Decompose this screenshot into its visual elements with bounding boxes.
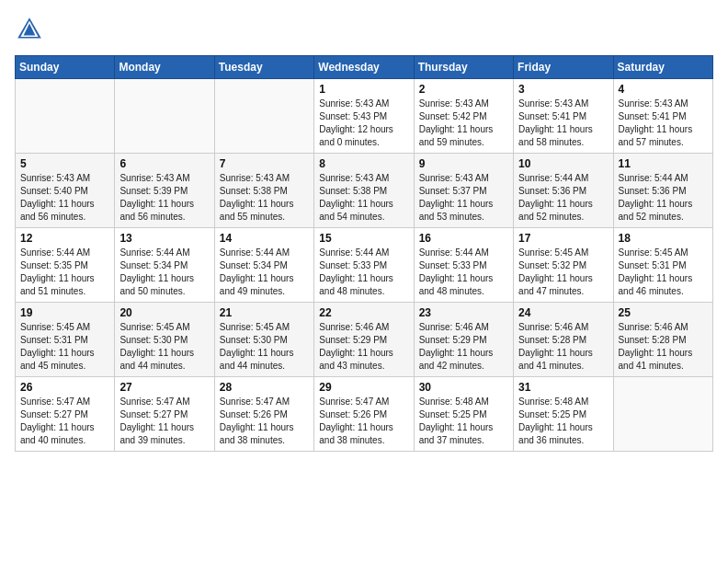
day-info: Sunrise: 5:46 AM Sunset: 5:29 PM Dayligh… xyxy=(319,321,408,373)
day-header-tuesday: Tuesday xyxy=(214,56,313,79)
day-info: Sunrise: 5:43 AM Sunset: 5:37 PM Dayligh… xyxy=(419,172,508,224)
day-number: 7 xyxy=(220,157,309,170)
day-info: Sunrise: 5:48 AM Sunset: 5:25 PM Dayligh… xyxy=(419,396,508,447)
day-number: 24 xyxy=(518,306,608,319)
day-number: 3 xyxy=(518,83,608,96)
day-number: 9 xyxy=(419,157,508,170)
calendar-cell: 13Sunrise: 5:44 AM Sunset: 5:34 PM Dayli… xyxy=(115,228,214,303)
calendar-cell xyxy=(16,79,115,154)
calendar-cell: 7Sunrise: 5:43 AM Sunset: 5:38 PM Daylig… xyxy=(214,154,313,228)
day-info: Sunrise: 5:44 AM Sunset: 5:35 PM Dayligh… xyxy=(20,247,109,298)
day-info: Sunrise: 5:46 AM Sunset: 5:29 PM Dayligh… xyxy=(419,321,508,373)
day-info: Sunrise: 5:44 AM Sunset: 5:34 PM Dayligh… xyxy=(119,247,209,298)
day-info: Sunrise: 5:45 AM Sunset: 5:31 PM Dayligh… xyxy=(20,321,109,373)
day-number: 19 xyxy=(20,306,109,319)
day-info: Sunrise: 5:43 AM Sunset: 5:39 PM Dayligh… xyxy=(119,172,209,224)
day-number: 13 xyxy=(119,232,209,245)
calendar-cell: 22Sunrise: 5:46 AM Sunset: 5:29 PM Dayli… xyxy=(314,303,414,377)
day-number: 11 xyxy=(619,157,708,170)
calendar-cell: 26Sunrise: 5:47 AM Sunset: 5:27 PM Dayli… xyxy=(16,377,115,452)
calendar-cell: 18Sunrise: 5:45 AM Sunset: 5:31 PM Dayli… xyxy=(613,228,712,303)
day-number: 1 xyxy=(319,83,408,96)
calendar-cell: 12Sunrise: 5:44 AM Sunset: 5:35 PM Dayli… xyxy=(16,228,115,303)
calendar-cell: 16Sunrise: 5:44 AM Sunset: 5:33 PM Dayli… xyxy=(414,228,513,303)
day-number: 29 xyxy=(319,381,408,394)
calendar-cell: 5Sunrise: 5:43 AM Sunset: 5:40 PM Daylig… xyxy=(16,154,115,228)
logo-icon xyxy=(15,15,44,44)
day-info: Sunrise: 5:45 AM Sunset: 5:30 PM Dayligh… xyxy=(220,321,309,373)
calendar-cell: 8Sunrise: 5:43 AM Sunset: 5:38 PM Daylig… xyxy=(314,154,414,228)
calendar-week-row: 19Sunrise: 5:45 AM Sunset: 5:31 PM Dayli… xyxy=(16,303,713,377)
day-info: Sunrise: 5:47 AM Sunset: 5:27 PM Dayligh… xyxy=(20,396,109,447)
day-number: 2 xyxy=(419,83,508,96)
calendar-cell: 20Sunrise: 5:45 AM Sunset: 5:30 PM Dayli… xyxy=(115,303,214,377)
calendar-week-row: 26Sunrise: 5:47 AM Sunset: 5:27 PM Dayli… xyxy=(16,377,713,452)
calendar-cell: 29Sunrise: 5:47 AM Sunset: 5:26 PM Dayli… xyxy=(314,377,414,452)
day-info: Sunrise: 5:44 AM Sunset: 5:33 PM Dayligh… xyxy=(419,247,508,298)
day-number: 18 xyxy=(619,232,708,245)
day-number: 15 xyxy=(319,232,408,245)
day-number: 8 xyxy=(319,157,408,170)
day-info: Sunrise: 5:44 AM Sunset: 5:34 PM Dayligh… xyxy=(220,247,309,298)
calendar-cell xyxy=(613,377,712,452)
calendar-cell: 23Sunrise: 5:46 AM Sunset: 5:29 PM Dayli… xyxy=(414,303,513,377)
logo xyxy=(15,15,48,44)
calendar-cell xyxy=(115,79,214,154)
day-header-friday: Friday xyxy=(514,56,613,79)
day-number: 5 xyxy=(20,157,109,170)
day-number: 23 xyxy=(419,306,508,319)
calendar-cell: 15Sunrise: 5:44 AM Sunset: 5:33 PM Dayli… xyxy=(314,228,414,303)
day-number: 12 xyxy=(20,232,109,245)
day-number: 30 xyxy=(419,381,508,394)
calendar-week-row: 12Sunrise: 5:44 AM Sunset: 5:35 PM Dayli… xyxy=(16,228,713,303)
day-number: 14 xyxy=(220,232,309,245)
day-header-sunday: Sunday xyxy=(16,56,115,79)
calendar-cell: 30Sunrise: 5:48 AM Sunset: 5:25 PM Dayli… xyxy=(414,377,513,452)
day-info: Sunrise: 5:46 AM Sunset: 5:28 PM Dayligh… xyxy=(619,321,708,373)
calendar-week-row: 1Sunrise: 5:43 AM Sunset: 5:43 PM Daylig… xyxy=(16,79,713,154)
day-number: 28 xyxy=(220,381,309,394)
day-header-saturday: Saturday xyxy=(613,56,712,79)
day-header-wednesday: Wednesday xyxy=(314,56,414,79)
calendar-cell: 11Sunrise: 5:44 AM Sunset: 5:36 PM Dayli… xyxy=(613,154,712,228)
day-info: Sunrise: 5:43 AM Sunset: 5:40 PM Dayligh… xyxy=(20,172,109,224)
day-number: 25 xyxy=(619,306,708,319)
day-number: 31 xyxy=(518,381,608,394)
day-info: Sunrise: 5:44 AM Sunset: 5:33 PM Dayligh… xyxy=(319,247,408,298)
calendar-cell: 10Sunrise: 5:44 AM Sunset: 5:36 PM Dayli… xyxy=(514,154,613,228)
day-info: Sunrise: 5:43 AM Sunset: 5:38 PM Dayligh… xyxy=(319,172,408,224)
calendar-cell: 3Sunrise: 5:43 AM Sunset: 5:41 PM Daylig… xyxy=(514,79,613,154)
calendar-cell xyxy=(214,79,313,154)
day-info: Sunrise: 5:45 AM Sunset: 5:31 PM Dayligh… xyxy=(619,247,708,298)
calendar-table: SundayMondayTuesdayWednesdayThursdayFrid… xyxy=(15,55,713,452)
day-number: 4 xyxy=(619,83,708,96)
calendar-cell: 6Sunrise: 5:43 AM Sunset: 5:39 PM Daylig… xyxy=(115,154,214,228)
calendar-cell: 24Sunrise: 5:46 AM Sunset: 5:28 PM Dayli… xyxy=(514,303,613,377)
day-number: 10 xyxy=(518,157,608,170)
calendar-cell: 19Sunrise: 5:45 AM Sunset: 5:31 PM Dayli… xyxy=(16,303,115,377)
day-info: Sunrise: 5:47 AM Sunset: 5:26 PM Dayligh… xyxy=(220,396,309,447)
day-info: Sunrise: 5:45 AM Sunset: 5:32 PM Dayligh… xyxy=(518,247,608,298)
day-header-thursday: Thursday xyxy=(414,56,513,79)
day-number: 16 xyxy=(419,232,508,245)
calendar-cell: 2Sunrise: 5:43 AM Sunset: 5:42 PM Daylig… xyxy=(414,79,513,154)
calendar-cell: 28Sunrise: 5:47 AM Sunset: 5:26 PM Dayli… xyxy=(214,377,313,452)
day-info: Sunrise: 5:44 AM Sunset: 5:36 PM Dayligh… xyxy=(518,172,608,224)
day-info: Sunrise: 5:47 AM Sunset: 5:26 PM Dayligh… xyxy=(319,396,408,447)
calendar-cell: 27Sunrise: 5:47 AM Sunset: 5:27 PM Dayli… xyxy=(115,377,214,452)
calendar-cell: 9Sunrise: 5:43 AM Sunset: 5:37 PM Daylig… xyxy=(414,154,513,228)
day-info: Sunrise: 5:43 AM Sunset: 5:43 PM Dayligh… xyxy=(319,98,408,149)
day-header-monday: Monday xyxy=(115,56,214,79)
day-info: Sunrise: 5:43 AM Sunset: 5:41 PM Dayligh… xyxy=(619,98,708,149)
calendar-cell: 21Sunrise: 5:45 AM Sunset: 5:30 PM Dayli… xyxy=(214,303,313,377)
day-number: 26 xyxy=(20,381,109,394)
day-info: Sunrise: 5:43 AM Sunset: 5:42 PM Dayligh… xyxy=(419,98,508,149)
calendar-cell: 14Sunrise: 5:44 AM Sunset: 5:34 PM Dayli… xyxy=(214,228,313,303)
day-number: 27 xyxy=(119,381,209,394)
calendar-cell: 1Sunrise: 5:43 AM Sunset: 5:43 PM Daylig… xyxy=(314,79,414,154)
calendar-cell: 4Sunrise: 5:43 AM Sunset: 5:41 PM Daylig… xyxy=(613,79,712,154)
day-number: 21 xyxy=(220,306,309,319)
day-info: Sunrise: 5:43 AM Sunset: 5:41 PM Dayligh… xyxy=(518,98,608,149)
calendar-header-row: SundayMondayTuesdayWednesdayThursdayFrid… xyxy=(16,56,713,79)
calendar-cell: 25Sunrise: 5:46 AM Sunset: 5:28 PM Dayli… xyxy=(613,303,712,377)
